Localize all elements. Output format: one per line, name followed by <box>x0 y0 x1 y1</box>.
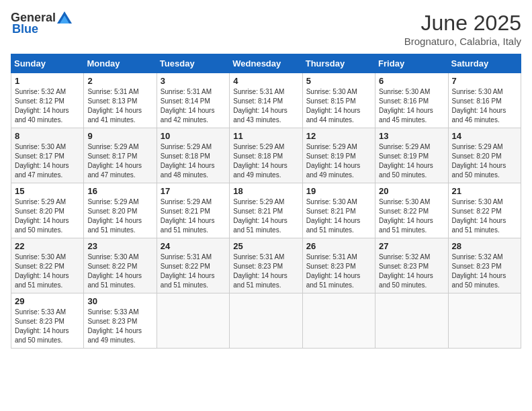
day-info: Sunrise: 5:30 AMSunset: 8:15 PMDaylight:… <box>306 87 371 125</box>
day-number: 12 <box>306 131 371 141</box>
day-number: 26 <box>306 241 371 251</box>
week-row-1: 1 Sunrise: 5:32 AMSunset: 8:12 PMDayligh… <box>11 73 521 128</box>
day-number: 17 <box>161 186 226 196</box>
day-info: Sunrise: 5:31 AMSunset: 8:14 PMDaylight:… <box>233 87 298 125</box>
empty-cell <box>157 293 229 349</box>
calendar-header: General Blue June 2025 Brognaturo, Calab… <box>11 11 521 47</box>
day-info: Sunrise: 5:29 AMSunset: 8:18 PMDaylight:… <box>161 142 226 180</box>
day-number: 28 <box>452 241 517 251</box>
day-cell-24: 24 Sunrise: 5:31 AMSunset: 8:22 PMDaylig… <box>157 238 229 293</box>
day-number: 6 <box>379 76 444 86</box>
day-number: 7 <box>452 76 517 86</box>
day-cell-2: 2 Sunrise: 5:31 AMSunset: 8:13 PMDayligh… <box>84 73 157 128</box>
day-info: Sunrise: 5:30 AMSunset: 8:21 PMDaylight:… <box>306 197 371 235</box>
day-info: Sunrise: 5:32 AMSunset: 8:12 PMDaylight:… <box>15 87 80 125</box>
day-info: Sunrise: 5:31 AMSunset: 8:23 PMDaylight:… <box>233 253 298 290</box>
header-tuesday: Tuesday <box>157 54 229 73</box>
empty-cell <box>302 293 375 349</box>
day-info: Sunrise: 5:29 AMSunset: 8:18 PMDaylight:… <box>233 142 298 180</box>
day-cell-11: 11 Sunrise: 5:29 AMSunset: 8:18 PMDaylig… <box>230 128 302 183</box>
day-number: 21 <box>452 186 517 196</box>
day-info: Sunrise: 5:33 AMSunset: 8:23 PMDaylight:… <box>87 308 152 345</box>
calendar-subtitle: Brognaturo, Calabria, Italy <box>404 36 521 47</box>
day-cell-20: 20 Sunrise: 5:30 AMSunset: 8:22 PMDaylig… <box>375 183 448 238</box>
day-info: Sunrise: 5:32 AMSunset: 8:23 PMDaylight:… <box>379 253 444 290</box>
week-row-4: 22 Sunrise: 5:30 AMSunset: 8:22 PMDaylig… <box>11 238 521 293</box>
day-cell-14: 14 Sunrise: 5:29 AMSunset: 8:20 PMDaylig… <box>448 128 521 183</box>
day-info: Sunrise: 5:29 AMSunset: 8:19 PMDaylight:… <box>379 142 444 180</box>
day-cell-16: 16 Sunrise: 5:29 AMSunset: 8:20 PMDaylig… <box>84 183 157 238</box>
day-number: 25 <box>233 241 298 251</box>
day-info: Sunrise: 5:29 AMSunset: 8:17 PMDaylight:… <box>87 142 152 180</box>
day-cell-29: 29 Sunrise: 5:33 AMSunset: 8:23 PMDaylig… <box>11 293 84 349</box>
day-info: Sunrise: 5:30 AMSunset: 8:22 PMDaylight:… <box>87 253 152 290</box>
day-cell-30: 30 Sunrise: 5:33 AMSunset: 8:23 PMDaylig… <box>84 293 157 349</box>
day-cell-28: 28 Sunrise: 5:32 AMSunset: 8:23 PMDaylig… <box>448 238 521 293</box>
logo-blue: Blue <box>12 22 38 36</box>
day-number: 22 <box>15 241 80 251</box>
day-cell-1: 1 Sunrise: 5:32 AMSunset: 8:12 PMDayligh… <box>11 73 84 128</box>
day-info: Sunrise: 5:30 AMSunset: 8:22 PMDaylight:… <box>452 197 517 235</box>
day-number: 29 <box>15 296 80 306</box>
day-info: Sunrise: 5:29 AMSunset: 8:20 PMDaylight:… <box>87 197 152 235</box>
day-cell-3: 3 Sunrise: 5:31 AMSunset: 8:14 PMDayligh… <box>157 73 229 128</box>
day-cell-23: 23 Sunrise: 5:30 AMSunset: 8:22 PMDaylig… <box>84 238 157 293</box>
day-info: Sunrise: 5:31 AMSunset: 8:14 PMDaylight:… <box>161 87 226 125</box>
logo: General Blue <box>11 11 72 36</box>
day-info: Sunrise: 5:32 AMSunset: 8:23 PMDaylight:… <box>452 253 517 290</box>
day-cell-18: 18 Sunrise: 5:29 AMSunset: 8:21 PMDaylig… <box>230 183 302 238</box>
logo-icon <box>57 11 72 24</box>
day-number: 1 <box>15 76 80 86</box>
day-info: Sunrise: 5:29 AMSunset: 8:20 PMDaylight:… <box>452 142 517 180</box>
day-cell-10: 10 Sunrise: 5:29 AMSunset: 8:18 PMDaylig… <box>157 128 229 183</box>
empty-cell <box>230 293 302 349</box>
day-number: 23 <box>87 241 152 251</box>
day-number: 20 <box>379 186 444 196</box>
day-number: 3 <box>161 76 226 86</box>
weekday-header-row: Sunday Monday Tuesday Wednesday Thursday… <box>11 54 521 73</box>
day-info: Sunrise: 5:30 AMSunset: 8:22 PMDaylight:… <box>15 253 80 290</box>
day-cell-5: 5 Sunrise: 5:30 AMSunset: 8:15 PMDayligh… <box>302 73 375 128</box>
day-cell-26: 26 Sunrise: 5:31 AMSunset: 8:23 PMDaylig… <box>302 238 375 293</box>
calendar-table: Sunday Monday Tuesday Wednesday Thursday… <box>11 54 521 349</box>
header-friday: Friday <box>375 54 448 73</box>
day-cell-12: 12 Sunrise: 5:29 AMSunset: 8:19 PMDaylig… <box>302 128 375 183</box>
day-cell-6: 6 Sunrise: 5:30 AMSunset: 8:16 PMDayligh… <box>375 73 448 128</box>
day-number: 19 <box>306 186 371 196</box>
day-info: Sunrise: 5:31 AMSunset: 8:22 PMDaylight:… <box>161 253 226 290</box>
title-area: June 2025 Brognaturo, Calabria, Italy <box>404 11 521 47</box>
day-info: Sunrise: 5:33 AMSunset: 8:23 PMDaylight:… <box>15 308 80 345</box>
day-cell-8: 8 Sunrise: 5:30 AMSunset: 8:17 PMDayligh… <box>11 128 84 183</box>
day-cell-25: 25 Sunrise: 5:31 AMSunset: 8:23 PMDaylig… <box>230 238 302 293</box>
day-info: Sunrise: 5:29 AMSunset: 8:21 PMDaylight:… <box>161 197 226 235</box>
day-cell-17: 17 Sunrise: 5:29 AMSunset: 8:21 PMDaylig… <box>157 183 229 238</box>
day-cell-15: 15 Sunrise: 5:29 AMSunset: 8:20 PMDaylig… <box>11 183 84 238</box>
day-info: Sunrise: 5:29 AMSunset: 8:19 PMDaylight:… <box>306 142 371 180</box>
header-saturday: Saturday <box>448 54 521 73</box>
day-cell-9: 9 Sunrise: 5:29 AMSunset: 8:17 PMDayligh… <box>84 128 157 183</box>
day-info: Sunrise: 5:29 AMSunset: 8:20 PMDaylight:… <box>15 197 80 235</box>
day-number: 15 <box>15 186 80 196</box>
day-number: 5 <box>306 76 371 86</box>
day-number: 11 <box>233 131 298 141</box>
day-number: 27 <box>379 241 444 251</box>
header-thursday: Thursday <box>302 54 375 73</box>
day-number: 24 <box>161 241 226 251</box>
empty-cell <box>448 293 521 349</box>
day-info: Sunrise: 5:30 AMSunset: 8:17 PMDaylight:… <box>15 142 80 180</box>
header-monday: Monday <box>84 54 157 73</box>
day-number: 30 <box>87 296 152 306</box>
day-cell-13: 13 Sunrise: 5:29 AMSunset: 8:19 PMDaylig… <box>375 128 448 183</box>
day-cell-21: 21 Sunrise: 5:30 AMSunset: 8:22 PMDaylig… <box>448 183 521 238</box>
day-number: 14 <box>452 131 517 141</box>
day-number: 8 <box>15 131 80 141</box>
week-row-5: 29 Sunrise: 5:33 AMSunset: 8:23 PMDaylig… <box>11 293 521 349</box>
day-number: 10 <box>161 131 226 141</box>
day-cell-7: 7 Sunrise: 5:30 AMSunset: 8:16 PMDayligh… <box>448 73 521 128</box>
day-number: 4 <box>233 76 298 86</box>
header-sunday: Sunday <box>11 54 84 73</box>
day-info: Sunrise: 5:30 AMSunset: 8:16 PMDaylight:… <box>452 87 517 125</box>
day-info: Sunrise: 5:30 AMSunset: 8:16 PMDaylight:… <box>379 87 444 125</box>
week-row-2: 8 Sunrise: 5:30 AMSunset: 8:17 PMDayligh… <box>11 128 521 183</box>
day-info: Sunrise: 5:30 AMSunset: 8:22 PMDaylight:… <box>379 197 444 235</box>
